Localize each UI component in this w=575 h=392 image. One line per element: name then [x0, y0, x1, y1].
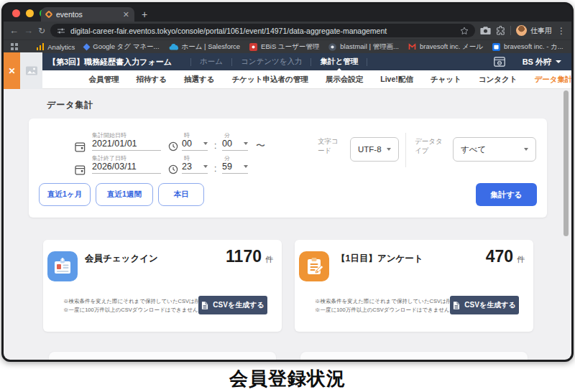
toolbar-divider	[510, 26, 511, 35]
bookmark-blastmail[interactable]: blastmail | 管理画...	[328, 42, 399, 52]
nav-content-input[interactable]: コンテンツを入力	[241, 57, 302, 67]
profile-avatar	[516, 25, 527, 36]
end-minute-select[interactable]: 59	[222, 162, 248, 174]
caret-down-icon	[524, 148, 528, 151]
bookmark-ebis[interactable]: EBiS ユーザー管理	[249, 42, 319, 52]
card-count: 470 件	[486, 247, 525, 266]
gtm-diamond-icon	[83, 43, 91, 50]
today-button[interactable]: 本日	[158, 183, 204, 206]
clock-start-icon	[168, 141, 178, 151]
user-name: BS 外狩	[523, 57, 551, 67]
browser-tab[interactable]: eventos ✕	[41, 7, 134, 22]
filter-panel: 集計開始日時 2021/01/01 時 00 : 分 00 〜	[29, 118, 547, 218]
image-placeholder-icon	[25, 65, 38, 76]
start-hour-select[interactable]: 00	[182, 139, 208, 151]
reload-icon[interactable]: ↻	[38, 27, 45, 35]
card-count: 1170 件	[226, 247, 273, 266]
salesforce-cloud-icon	[169, 44, 178, 50]
end-hour-select[interactable]: 23	[182, 162, 208, 174]
survey-clipboard-icon	[299, 251, 329, 281]
tab-chat[interactable]: チャット	[422, 75, 470, 85]
last-week-button[interactable]: 直近1週間	[96, 183, 153, 206]
csv-file-icon	[453, 301, 460, 310]
datatype-select[interactable]: すべて	[453, 137, 536, 162]
bookmark-calendar[interactable]: bravesoft inc. - カ...	[492, 42, 564, 52]
extensions-puzzle-icon[interactable]	[496, 26, 505, 35]
site-info-icon[interactable]	[57, 27, 65, 35]
calendar-icon	[492, 43, 500, 51]
tab-lottery[interactable]: 抽選する	[175, 75, 224, 85]
card-member-checkin: 会員チェックイン 1170 件 ※検索条件を変えた際にそれまで保持していたCSV…	[43, 240, 282, 332]
tab-close-icon[interactable]: ✕	[123, 11, 129, 19]
range-tilde: 〜	[256, 139, 265, 152]
minimize-window-button[interactable]	[26, 9, 34, 17]
user-menu[interactable]: BS 外狩	[494, 57, 561, 67]
tab-invite[interactable]: 招待する	[128, 75, 176, 85]
calendar-end-icon[interactable]	[75, 164, 86, 175]
time-colon: :	[214, 141, 216, 151]
page-scrollbar[interactable]	[564, 90, 569, 236]
preview-window-icon[interactable]	[494, 57, 505, 67]
folder-icon	[573, 43, 574, 50]
bookmark-star-icon[interactable]	[460, 27, 469, 35]
generate-csv-button[interactable]: CSVを生成する	[450, 296, 519, 314]
chevron-down-icon	[556, 60, 561, 63]
datatype-label: データタイプ	[415, 137, 446, 156]
nav-home[interactable]: ホーム	[200, 57, 223, 67]
new-tab-button[interactable]: +	[142, 7, 147, 22]
nav-aggregate-manage[interactable]: 集計と管理	[320, 57, 358, 67]
last-month-button[interactable]: 直近1ヶ月	[39, 183, 91, 206]
tab-member-manage[interactable]: 会員管理	[80, 75, 128, 85]
screen-capture-icon[interactable]	[480, 26, 491, 35]
back-icon[interactable]: ←	[9, 26, 19, 35]
page-title: データ集計	[47, 99, 94, 111]
event-thumbnail[interactable]	[20, 52, 42, 89]
clock-end-icon	[168, 164, 178, 174]
end-date-input[interactable]: 2026/03/11	[92, 162, 161, 174]
event-title: 【第3回】職務経歴書入力フォーム	[48, 57, 172, 67]
bookmark-gtm[interactable]: Google タグ マネー...	[84, 42, 159, 52]
charset-select[interactable]: UTF-8	[350, 137, 399, 162]
start-minute-select[interactable]: 00	[222, 139, 248, 151]
eventos-favicon-icon	[45, 10, 52, 18]
close-window-button[interactable]	[12, 9, 20, 17]
tab-live-stream[interactable]: Live!配信	[372, 75, 422, 85]
tab-ticket-applicants[interactable]: チケット申込者の管理	[224, 75, 317, 85]
start-date-input[interactable]: 2021/01/01	[92, 139, 161, 151]
partial-card	[49, 352, 276, 360]
tab-title: eventos	[56, 10, 119, 19]
id-badge-icon	[47, 251, 78, 281]
profile-label: 仕事用	[530, 26, 552, 36]
screenshot-caption: 会員登録状況	[0, 365, 575, 392]
analytics-icon	[37, 43, 45, 50]
browser-tab-strip: eventos ✕ +	[4, 4, 571, 22]
forward-icon[interactable]: →	[24, 26, 33, 35]
browser-window: eventos ✕ + ← → ↻ digital-career-fair.ev…	[1, 2, 574, 362]
bookmarks-bar: Analytics Google タグ マネー... ホーム | Salesfo…	[4, 39, 571, 53]
calendar-start-icon[interactable]	[75, 141, 86, 152]
active-nav-caret	[336, 68, 343, 72]
aggregate-submit-button[interactable]: 集計する	[476, 183, 537, 206]
generate-csv-button[interactable]: CSVを生成する	[198, 296, 267, 314]
blastmail-icon	[328, 43, 336, 51]
card-day1-survey: 【1日目】アンケート 470 件 ※検索条件を変えた際にそれまで保持していたCS…	[295, 240, 533, 332]
browser-menu-icon[interactable]: ⋮	[557, 26, 566, 36]
bookmark-analytics[interactable]: Analytics	[37, 43, 75, 51]
bookmark-folder-eventos[interactable]: eventos	[573, 43, 574, 51]
bookmark-salesforce[interactable]: ホーム | Salesforce	[169, 42, 241, 52]
bookmark-gmail[interactable]: bravesoft inc. メール	[408, 42, 483, 52]
tab-contact[interactable]: コンタクト	[470, 75, 526, 85]
profile-chip[interactable]: 仕事用	[516, 25, 552, 36]
caret-down-icon	[203, 142, 208, 145]
tab-exhibition-settings[interactable]: 展示会設定	[317, 75, 372, 85]
browser-toolbar: ← → ↻ digital-career-fair.eventos.tokyo/…	[4, 22, 571, 39]
caret-down-icon	[203, 165, 208, 168]
caret-down-icon	[244, 165, 248, 168]
left-rail: ✕	[4, 52, 42, 89]
module-tabs: 会員管理 招待する 抽選する チケット申込者の管理 展示会設定 Live!配信 …	[4, 70, 571, 89]
card-title: 【1日目】アンケート	[336, 253, 423, 265]
tab-data-aggregate[interactable]: データ集計	[525, 75, 574, 85]
address-bar[interactable]: digital-career-fair.eventos.tokyo/consol…	[50, 24, 475, 37]
apps-grid-icon[interactable]	[11, 43, 18, 50]
close-console-button[interactable]: ✕	[4, 52, 20, 89]
